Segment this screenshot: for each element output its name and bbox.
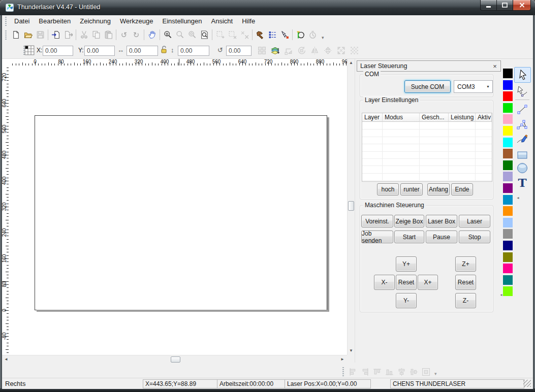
pen-tool[interactable] [514, 131, 530, 146]
drawing-canvas[interactable] [9, 66, 347, 355]
close-button[interactable] [513, 0, 531, 11]
horizontal-scroll-thumb[interactable] [171, 356, 180, 363]
menu-item-ansicht[interactable]: Ansicht [207, 16, 238, 26]
line-tool[interactable] [514, 102, 530, 116]
export-icon[interactable] [62, 29, 74, 41]
zoom-all-icon[interactable] [186, 29, 198, 41]
jog-z-reset-button[interactable]: Reset [455, 275, 476, 290]
jog-y-plus-button[interactable]: Y+ [396, 256, 417, 272]
combo-arrow-icon[interactable]: ▼ [486, 85, 490, 88]
machine-zeige-box-button[interactable]: Zeige Box [394, 215, 424, 227]
machine-settings-icon[interactable] [266, 29, 278, 41]
toolbar1-grip[interactable] [5, 30, 7, 40]
collapse-arrow[interactable]: ◄ [516, 196, 520, 200]
mirror-horizontal-icon[interactable] [309, 44, 320, 56]
rectangle-tool[interactable] [514, 147, 530, 162]
cut-icon[interactable] [78, 29, 90, 41]
vertical-scroll-thumb[interactable] [348, 201, 354, 211]
center-in-page-icon[interactable] [420, 366, 431, 377]
color-swatch-FF0000[interactable] [503, 91, 513, 101]
height-input[interactable] [178, 46, 209, 56]
deselect-icon[interactable] [238, 29, 250, 41]
ellipse-tool[interactable] [514, 160, 530, 175]
estimate-time-icon[interactable] [306, 29, 319, 41]
color-swatch-800080[interactable] [503, 183, 513, 193]
menu-item-bearbeiten[interactable]: Bearbeiten [34, 16, 75, 26]
align-top-icon[interactable] [371, 366, 383, 377]
color-swatch-A0592C[interactable] [503, 149, 513, 158]
color-swatch-FFA8C8[interactable] [503, 114, 513, 124]
color-swatch-0000FF[interactable] [503, 80, 513, 90]
jog-z-plus-button[interactable]: Z+ [455, 256, 476, 272]
center-vertical-icon[interactable] [408, 366, 419, 377]
color-swatch-80FF00[interactable] [503, 286, 513, 296]
search-com-button[interactable]: Suche COM [404, 80, 451, 93]
machine-start-button[interactable]: Start [394, 231, 424, 243]
menu-item-datei[interactable]: Datei [10, 16, 34, 26]
jog-xy-reset-button[interactable]: Reset [396, 275, 417, 290]
anchor-grid-icon[interactable] [24, 45, 35, 55]
horizontal-scrollbar[interactable]: ◄ ► [2, 355, 347, 363]
node-select-icon[interactable] [278, 29, 291, 41]
scale-size-icon[interactable] [335, 44, 347, 56]
paste-icon[interactable] [102, 29, 114, 41]
vertical-scrollbar[interactable]: ▲ ▼ [347, 59, 355, 355]
node-corner-icon[interactable] [282, 44, 294, 56]
layer-hoch-button[interactable]: hoch [377, 183, 399, 195]
com-port-select[interactable]: COM3 ▼ [454, 80, 493, 93]
machine-voreinst--button[interactable]: Voreinst. [361, 215, 393, 227]
panel-close-icon[interactable]: × [491, 62, 498, 70]
minimize-button[interactable] [480, 0, 497, 11]
menubar-grip[interactable] [5, 17, 7, 26]
laser-panel-header[interactable]: Laser Steuerung × [357, 60, 501, 72]
new-document-icon[interactable] [10, 29, 22, 41]
resize-grip[interactable] [523, 380, 531, 387]
jog-z-minus-button[interactable]: Z- [455, 293, 476, 308]
color-swatch-FF0090[interactable] [503, 264, 513, 273]
machine-laser-box-button[interactable]: Laser Box [426, 215, 457, 227]
text-tool[interactable]: T [514, 175, 530, 190]
array-copies-icon[interactable] [256, 44, 267, 56]
width-input[interactable] [127, 46, 158, 56]
color-swatch-008080[interactable] [503, 275, 513, 285]
save-icon[interactable] [34, 29, 46, 41]
scroll-left-icon[interactable]: ◄ [4, 357, 8, 362]
color-swatch-A0C8FF[interactable] [503, 218, 513, 227]
layer-anfang-button[interactable]: Anfang [427, 183, 450, 195]
machine-laser-button[interactable]: Laser [459, 215, 490, 227]
zoom-page-icon[interactable] [198, 29, 210, 41]
lock-ratio-icon[interactable] [160, 45, 168, 55]
layer-table[interactable]: LayerModusGesch...LeistungAktiv [362, 113, 492, 182]
layer-ende-button[interactable]: Ende [451, 183, 473, 195]
jog-y-minus-button[interactable]: Y- [396, 293, 417, 308]
menu-item-zeichnung[interactable]: Zeichnung [75, 16, 115, 26]
color-swatch-A8A0D8[interactable] [503, 172, 513, 181]
polyline-tool[interactable] [514, 116, 530, 131]
menu-item-hilfe[interactable]: Hilfe [237, 16, 260, 26]
dither-pattern-icon[interactable] [349, 44, 360, 56]
align-bottom-icon[interactable] [384, 366, 395, 377]
color-swatch-0090C8[interactable] [503, 195, 513, 205]
maximize-button[interactable] [496, 0, 513, 11]
undo-icon[interactable]: ↺ [118, 29, 130, 41]
collapse-arrow[interactable]: ◄ [499, 293, 503, 297]
machine-pause-button[interactable]: Pause [426, 231, 457, 243]
pan-icon[interactable] [146, 29, 158, 41]
alignbar-grip[interactable] [342, 367, 344, 376]
select-add-icon[interactable] [214, 29, 226, 41]
menu-item-einstellungen[interactable]: Einstellungen [158, 16, 206, 26]
select-remove-icon[interactable] [226, 29, 238, 41]
machine-stop-button[interactable]: Stop [459, 231, 490, 243]
rotate-shape-icon[interactable] [296, 44, 307, 56]
zoom-dynamic-icon[interactable] [162, 29, 174, 41]
toolbar-overflow-icon[interactable]: ▾ [322, 35, 324, 40]
color-swatch-FFFF00[interactable] [503, 126, 513, 136]
align-left-icon[interactable] [347, 366, 358, 377]
machine-job-senden-button[interactable]: Job senden [361, 231, 393, 243]
color-swatch-007800[interactable] [503, 160, 513, 170]
align-overflow-icon[interactable]: ▾ [434, 371, 437, 376]
scroll-right-icon[interactable]: ► [340, 357, 344, 362]
layer-order-icon[interactable] [269, 44, 280, 56]
node-edit-tool[interactable] [514, 84, 530, 99]
machine-tools-icon[interactable] [254, 29, 266, 41]
